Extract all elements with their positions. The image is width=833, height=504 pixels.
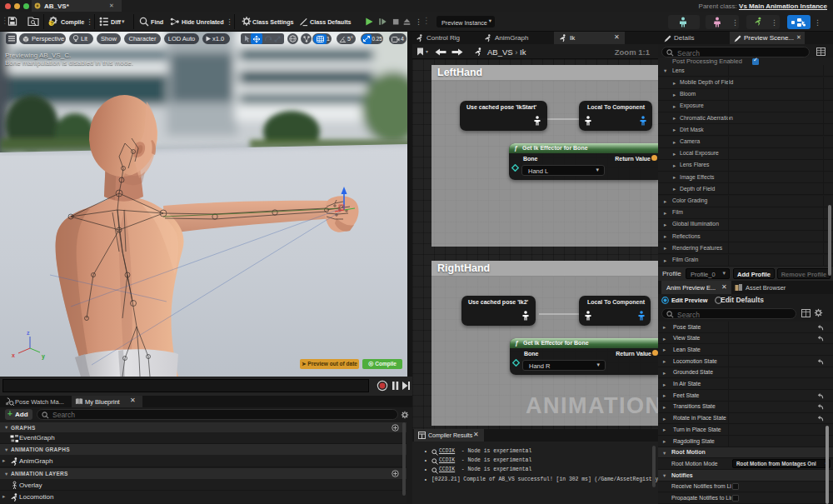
svg-text:z: z <box>27 330 30 336</box>
svg-text:y: y <box>42 353 45 360</box>
svg-text:x: x <box>12 352 15 358</box>
